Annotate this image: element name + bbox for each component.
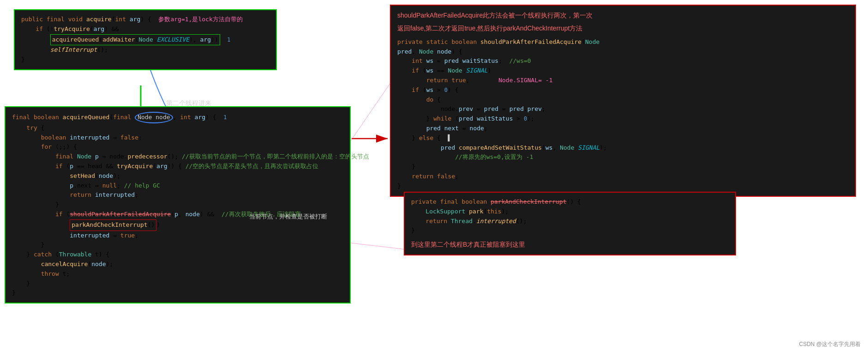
watermark: CSDN @这个名字先用着 — [799, 340, 861, 348]
acquire-method-box: public final void acquire(int arg) { 参数a… — [14, 9, 277, 70]
shouldpark-title: shouldParkAfterFailedAcquire此方法会被一个线程执行两… — [397, 10, 849, 20]
acquirequeued-method-box: final boolean acquireQueued(final Node n… — [5, 106, 351, 303]
current-node-annotation: 当前节点，并检查是否被打断 — [249, 212, 327, 221]
shouldpark-method-box: shouldParkAfterFailedAcquire此方法会被一个线程执行两… — [390, 5, 856, 197]
second-thread-annotation: 第二个线程进来 — [166, 99, 211, 108]
parkcheck-method-box: private final boolean parkAndCheckInterr… — [404, 192, 736, 255]
shouldpark-subtitle: 返回false,第二次才返回true,然后执行parkAndCheckInter… — [397, 23, 849, 33]
parkcheck-annotation: 到这里第二个线程B才真正被阻塞到这里 — [411, 239, 729, 249]
